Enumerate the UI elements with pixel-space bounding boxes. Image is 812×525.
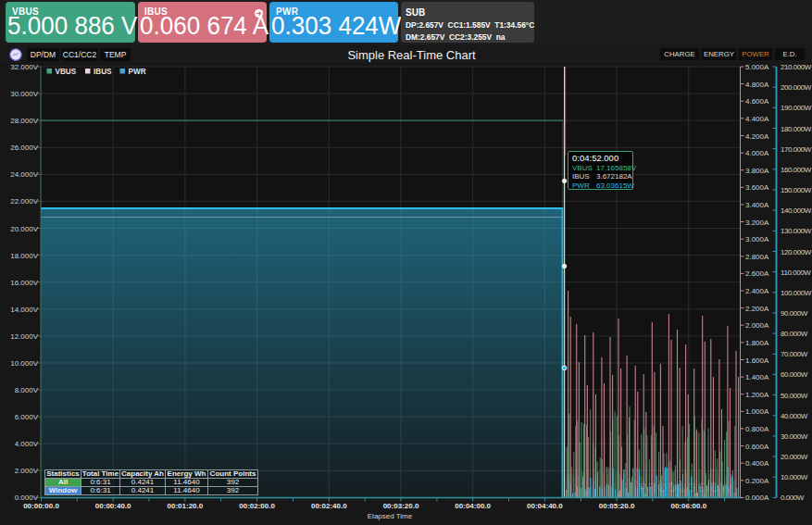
svg-text:26.000V: 26.000V — [10, 144, 38, 152]
svg-text:2.000V: 2.000V — [15, 467, 39, 475]
svg-text:IBUS: IBUS — [94, 68, 112, 76]
svg-text:24.000V: 24.000V — [10, 170, 38, 179]
svg-text:1.600A: 1.600A — [745, 356, 769, 365]
svg-text:18.000V: 18.000V — [10, 252, 38, 260]
svg-text:0.000A: 0.000A — [745, 494, 769, 502]
svg-text:1.800A: 1.800A — [745, 339, 769, 347]
svg-text:8.000V: 8.000V — [15, 386, 39, 394]
svg-text:5.000A: 5.000A — [745, 63, 769, 71]
svg-text:00:03:20.0: 00:03:20.0 — [383, 502, 419, 510]
svg-text:2.400A: 2.400A — [745, 287, 769, 295]
svg-text:10.000V: 10.000V — [10, 359, 38, 368]
svg-text:00:01:20.0: 00:01:20.0 — [168, 502, 204, 510]
svg-text:PWR: PWR — [129, 68, 146, 76]
svg-text:3.000A: 3.000A — [745, 235, 769, 244]
svg-text:1.200A: 1.200A — [745, 391, 769, 399]
svg-text:00:02:40.0: 00:02:40.0 — [311, 502, 347, 510]
svg-text:0.000W: 0.000W — [781, 494, 805, 502]
svg-text:3.800A: 3.800A — [745, 167, 769, 175]
svg-text:10.000W: 10.000W — [781, 473, 808, 481]
svg-text:160.000W: 160.000W — [781, 166, 812, 174]
svg-text:140.000W: 140.000W — [781, 206, 812, 215]
svg-text:130.000W: 130.000W — [781, 227, 812, 235]
svg-text:14.000V: 14.000V — [10, 306, 38, 314]
svg-text:4.000V: 4.000V — [15, 440, 39, 448]
svg-text:180.000W: 180.000W — [781, 125, 812, 133]
svg-text:12.000V: 12.000V — [10, 332, 38, 341]
svg-text:210.000W: 210.000W — [781, 63, 812, 71]
svg-text:20.000W: 20.000W — [781, 453, 808, 461]
svg-text:20.000V: 20.000V — [10, 225, 38, 233]
svg-text:4.000A: 4.000A — [745, 149, 769, 157]
svg-text:80.000W: 80.000W — [781, 330, 808, 338]
svg-text:60.000W: 60.000W — [781, 370, 808, 379]
svg-text:70.000W: 70.000W — [781, 350, 808, 358]
svg-text:2.600A: 2.600A — [745, 269, 769, 278]
svg-text:50.000W: 50.000W — [781, 392, 808, 400]
svg-text:2.200A: 2.200A — [745, 305, 769, 313]
svg-text:170.000W: 170.000W — [781, 145, 812, 154]
svg-text:6.000V: 6.000V — [15, 413, 39, 421]
svg-text:00:06:00.0: 00:06:00.0 — [670, 502, 706, 510]
svg-text:120.000W: 120.000W — [781, 248, 812, 256]
svg-text:00:05:20.0: 00:05:20.0 — [599, 502, 635, 510]
svg-text:00:00:40.0: 00:00:40.0 — [95, 502, 131, 510]
svg-text:16.000V: 16.000V — [10, 279, 38, 287]
svg-text:200.000W: 200.000W — [781, 83, 812, 92]
svg-text:110.000W: 110.000W — [781, 269, 811, 277]
svg-text:4.600A: 4.600A — [745, 97, 769, 106]
svg-text:2.000A: 2.000A — [745, 321, 769, 330]
svg-text:190.000W: 190.000W — [781, 104, 812, 112]
svg-text:1.400A: 1.400A — [745, 373, 769, 381]
svg-text:00:02:00.0: 00:02:00.0 — [239, 502, 275, 510]
svg-text:28.000V: 28.000V — [10, 117, 38, 125]
svg-text:3.200A: 3.200A — [745, 219, 769, 227]
svg-text:0.600A: 0.600A — [745, 443, 769, 451]
svg-text:4.200A: 4.200A — [745, 132, 769, 141]
svg-text:1.000A: 1.000A — [745, 407, 769, 416]
svg-text:2.800A: 2.800A — [745, 253, 769, 261]
svg-text:90.000W: 90.000W — [781, 309, 808, 318]
svg-text:40.000W: 40.000W — [781, 412, 808, 420]
svg-text:0.800A: 0.800A — [745, 425, 769, 433]
svg-text:100.000W: 100.000W — [781, 289, 812, 297]
svg-text:Elapsed Time: Elapsed Time — [368, 512, 413, 520]
svg-text:30.000V: 30.000V — [10, 90, 38, 98]
svg-text:00:04:00.0: 00:04:00.0 — [455, 502, 491, 510]
svg-text:4.400A: 4.400A — [745, 115, 769, 123]
svg-text:3.600A: 3.600A — [745, 183, 769, 192]
svg-text:4.800A: 4.800A — [745, 81, 769, 89]
svg-text:0.400A: 0.400A — [745, 459, 769, 468]
svg-text:30.000W: 30.000W — [781, 432, 808, 441]
svg-text:32.000V: 32.000V — [10, 63, 38, 71]
svg-text:3.400A: 3.400A — [745, 201, 769, 209]
svg-text:00:04:40.0: 00:04:40.0 — [527, 502, 563, 510]
svg-text:00:00:00.0: 00:00:00.0 — [23, 502, 59, 510]
svg-text:VBUS: VBUS — [56, 68, 77, 76]
svg-text:150.000W: 150.000W — [781, 186, 812, 194]
svg-text:0.200A: 0.200A — [745, 477, 769, 485]
svg-text:22.000V: 22.000V — [10, 197, 38, 206]
svg-text:PRODUGEIDW: PRODUGEIDW — [639, 481, 732, 494]
